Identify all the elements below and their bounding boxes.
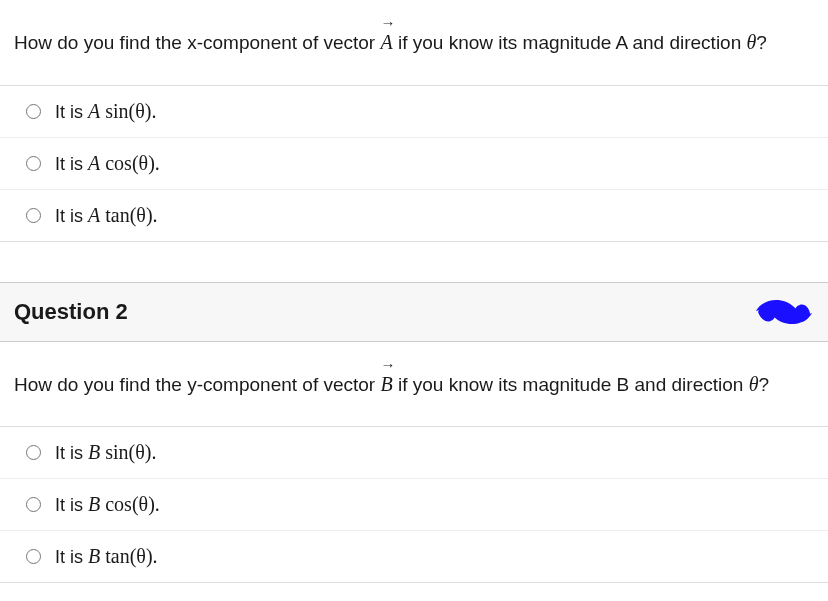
vector-B: →B bbox=[380, 370, 392, 398]
q2-qmark: ? bbox=[758, 374, 769, 395]
question-2-header: Question 2 bbox=[0, 282, 828, 342]
vector-arrow-icon: → bbox=[380, 16, 392, 31]
q1-stem-pre: How do you find the x-component of vecto… bbox=[14, 32, 380, 53]
vector-A: →A bbox=[380, 28, 392, 56]
q2-stem-pre: How do you find the y-component of vecto… bbox=[14, 374, 380, 395]
q1-option-1-text: It is A sin(θ). bbox=[55, 100, 156, 123]
q1-qmark: ? bbox=[756, 32, 767, 53]
q2-option-3-text: It is B tan(θ). bbox=[55, 545, 158, 568]
q1-option-3-text: It is A tan(θ). bbox=[55, 204, 158, 227]
q1-option-1[interactable]: It is A sin(θ). bbox=[0, 86, 828, 138]
question-1: How do you find the x-component of vecto… bbox=[0, 0, 828, 242]
radio-icon[interactable] bbox=[26, 445, 41, 460]
q1-stem-post: if you know its magnitude A and directio… bbox=[393, 32, 747, 53]
radio-icon[interactable] bbox=[26, 104, 41, 119]
q2-option-2-text: It is B cos(θ). bbox=[55, 493, 160, 516]
radio-icon[interactable] bbox=[26, 156, 41, 171]
theta-symbol: θ bbox=[749, 373, 759, 395]
vector-arrow-icon: → bbox=[380, 358, 392, 373]
q2-option-1-text: It is B sin(θ). bbox=[55, 441, 156, 464]
question-2: How do you find the y-component of vecto… bbox=[0, 342, 828, 584]
radio-icon[interactable] bbox=[26, 497, 41, 512]
q2-option-2[interactable]: It is B cos(θ). bbox=[0, 479, 828, 531]
theta-symbol: θ bbox=[747, 31, 757, 53]
question-2-stem: How do you find the y-component of vecto… bbox=[0, 342, 828, 427]
q2-stem-post: if you know its magnitude B and directio… bbox=[393, 374, 749, 395]
question-1-stem: How do you find the x-component of vecto… bbox=[0, 0, 828, 85]
q1-option-3[interactable]: It is A tan(θ). bbox=[0, 190, 828, 242]
radio-icon[interactable] bbox=[26, 208, 41, 223]
spacer bbox=[0, 242, 828, 282]
question-2-title: Question 2 bbox=[14, 299, 128, 325]
q1-option-2-text: It is A cos(θ). bbox=[55, 152, 160, 175]
question-1-options: It is A sin(θ). It is A cos(θ). It is A … bbox=[0, 85, 828, 242]
redaction-scribble-icon bbox=[754, 295, 814, 329]
question-2-options: It is B sin(θ). It is B cos(θ). It is B … bbox=[0, 426, 828, 583]
radio-icon[interactable] bbox=[26, 549, 41, 564]
q1-option-2[interactable]: It is A cos(θ). bbox=[0, 138, 828, 190]
q2-option-1[interactable]: It is B sin(θ). bbox=[0, 427, 828, 479]
q2-option-3[interactable]: It is B tan(θ). bbox=[0, 531, 828, 583]
